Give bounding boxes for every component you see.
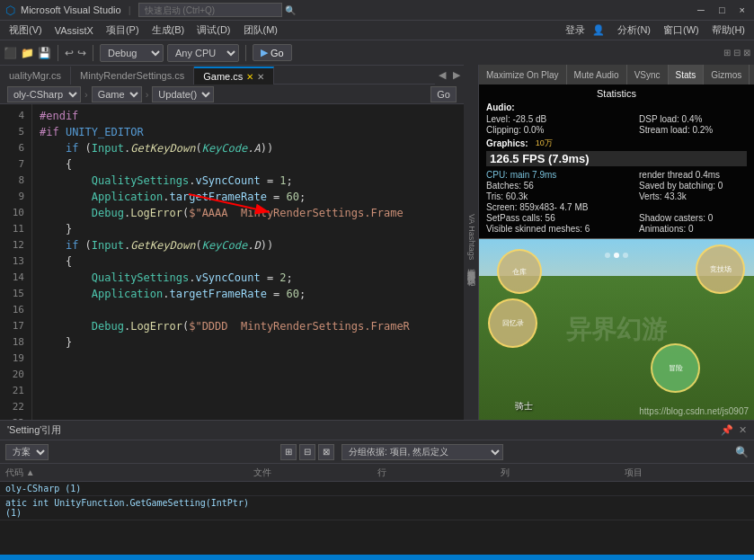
toolbar-icon-undo[interactable]: ↩	[65, 47, 74, 59]
menu-help[interactable]: 帮助(H)	[706, 22, 750, 39]
tris: Tris: 60.3k	[486, 191, 594, 201]
tab-close-game[interactable]: ✕	[257, 72, 264, 82]
ref-item-code-2: atic int UnityFunction.GetGameSetting(In…	[5, 498, 253, 518]
audio-level: Level: -28.5 dB	[486, 114, 594, 124]
unity-tab-gizmos[interactable]: Gizmos	[704, 65, 750, 84]
skinned-row: Visible skinned meshes: 6 Animations: 0	[486, 224, 747, 234]
stats-panel: Statistics Audio: Level: -28.5 dB DSP lo…	[479, 84, 754, 239]
close-button[interactable]: ×	[736, 4, 749, 15]
tab-qualitymgr[interactable]: ualityMgr.cs	[0, 67, 71, 84]
method-select[interactable]: Update()	[152, 86, 214, 102]
ref-btn-3[interactable]: ⊠	[318, 444, 334, 460]
game-viewport: 仓库 回忆录 竞技场 冒险 异界幻游 骑士 https://blog.csdn.…	[479, 239, 754, 420]
list-item[interactable]: atic int UnityFunction.GetGameSetting(In…	[0, 496, 754, 520]
menu-window[interactable]: 窗口(W)	[658, 22, 705, 39]
tab-mintyrender[interactable]: MintyRenderSettings.cs	[71, 67, 194, 84]
audio-row-2: Clipping: 0.0% Stream load: 0.2%	[486, 125, 747, 135]
menu-build[interactable]: 生成(B)	[146, 22, 191, 39]
col-code: 代码 ▲	[5, 467, 253, 479]
class-select[interactable]: Game	[92, 86, 142, 102]
list-item[interactable]: oly-CSharp (1)	[0, 482, 754, 496]
ref-search-icon[interactable]: 🔍	[735, 446, 749, 458]
menu-bar: 视图(V) VAssistX 项目(P) 生成(B) 调试(D) 团队(M) 登…	[0, 20, 754, 40]
maximize-button[interactable]: □	[715, 4, 729, 15]
toolbar-icon-1: ⬛	[4, 47, 17, 59]
audio-label: Audio:	[486, 102, 747, 112]
audio-stream: Stream load: 0.2%	[639, 125, 747, 135]
unity-tab-vsync[interactable]: VSync	[627, 65, 669, 84]
ref-title: 'Setting'引用	[7, 423, 61, 437]
audio-row-1: Level: -28.5 dB DSP load: 0.4%	[486, 114, 747, 124]
col-line: 行	[377, 467, 501, 479]
game-btn-arena[interactable]: 竞技场	[696, 244, 745, 294]
saved-batching: Saved by batching: 0	[639, 181, 747, 191]
watermark: https://blog.csdn.net/js0907	[639, 406, 749, 416]
tab-scroll-right[interactable]: ▶	[449, 69, 464, 81]
go-button[interactable]: Go	[430, 86, 457, 102]
breadcrumb-bar: oly-CSharp › Game › Update() Go	[0, 84, 464, 104]
fps-row: 126.5 FPS (7.9ms)	[486, 151, 747, 166]
toolbar-icons-right: ⊞ ⊟ ⊠	[723, 48, 750, 58]
app-title: Microsoft Visual Studio	[21, 4, 121, 15]
toolbar-sep-3	[245, 45, 246, 61]
game-btn-warehouse[interactable]: 仓库	[497, 249, 542, 294]
ref-scope-select[interactable]: 方案	[5, 444, 49, 460]
unity-tab-maximize[interactable]: Maximize On Play	[479, 65, 567, 84]
ref-controls: 方案 ⊞ ⊟ ⊠ 分组依据: 项目, 然后定义 🔍	[0, 440, 754, 464]
tab-bar: ualityMgr.cs MintyRenderSettings.cs Game…	[0, 65, 464, 84]
unity-tab-stats[interactable]: Stats	[669, 65, 705, 84]
ref-pin-icon[interactable]: 📌	[721, 424, 733, 436]
col-col: 列	[501, 467, 625, 479]
code-content[interactable]: #endif #if UNITY_EDITOR if (Input.GetKey…	[32, 104, 464, 420]
ten-wan-label: 10万	[536, 138, 553, 149]
menu-vassistx[interactable]: VAssistX	[49, 23, 99, 38]
ref-close-icon[interactable]: ✕	[739, 424, 747, 436]
va-hashtags-panel[interactable]: VA Hashtags 近期 找到结果 图标 颜色 标记	[464, 65, 478, 420]
progress-dots	[605, 253, 628, 258]
run-button[interactable]: ▶ Go	[253, 44, 292, 61]
game-btn-adventure[interactable]: 冒险	[651, 343, 700, 393]
unity-panel: Maximize On Play Mute Audio VSync Stats …	[478, 65, 754, 420]
menu-analyze[interactable]: 分析(N)	[612, 22, 656, 39]
scope-select[interactable]: oly-CSharp	[7, 86, 81, 102]
group-by-select[interactable]: 分组依据: 项目, 然后定义	[342, 444, 503, 460]
menu-view[interactable]: 视图(V)	[4, 22, 48, 39]
cpu-row: CPU: main 7.9ms render thread 0.4ms	[486, 170, 747, 180]
shadow-casters: Shadow casters: 0	[639, 213, 747, 223]
quick-launch-input[interactable]	[138, 3, 282, 17]
references-panel: 'Setting'引用 📌 ✕ 方案 ⊞ ⊟ ⊠ 分组依据: 项目, 然后定义 …	[0, 421, 754, 555]
menu-login[interactable]: 登录	[560, 22, 590, 39]
toolbar-icon-redo[interactable]: ↪	[77, 47, 86, 59]
modified-indicator: ✕	[246, 72, 253, 82]
platform-select[interactable]: Any CPU	[167, 44, 239, 62]
bottom-area: 'Setting'引用 📌 ✕ 方案 ⊞ ⊟ ⊠ 分组依据: 项目, 然后定义 …	[0, 420, 754, 555]
batches: Batches: 56	[486, 181, 594, 191]
status-bar	[0, 555, 754, 560]
setpass-row: SetPass calls: 56 Shadow casters: 0	[486, 213, 747, 223]
ref-titlebar: 'Setting'引用 📌 ✕	[0, 421, 754, 440]
game-btn-memory[interactable]: 回忆录	[488, 298, 537, 348]
menu-debug[interactable]: 调试(D)	[191, 22, 235, 39]
ref-btn-2[interactable]: ⊟	[299, 444, 315, 460]
game-knight-label: 骑士	[515, 400, 533, 413]
verts: Verts: 43.3k	[639, 191, 747, 201]
minimize-button[interactable]: ─	[694, 4, 708, 15]
tab-scroll-left[interactable]: ◀	[435, 69, 449, 81]
fps-value: 126.5 FPS (7.9ms)	[490, 152, 590, 165]
toolbar-sep-1	[58, 45, 58, 61]
code-editor[interactable]: 45678 910111213 1415161718 1920212223 24…	[0, 104, 464, 420]
animations: Animations: 0	[639, 224, 747, 234]
ref-btn-1[interactable]: ⊞	[280, 444, 297, 460]
col-file: 文件	[253, 467, 377, 479]
debug-mode-select[interactable]: Debug Release	[100, 44, 164, 62]
setpass: SetPass calls: 56	[486, 213, 594, 223]
toolbar-sep-2	[93, 45, 93, 61]
unity-tab-mute[interactable]: Mute Audio	[567, 65, 627, 84]
ref-toolbar-icons: ⊞ ⊟ ⊠	[280, 444, 334, 460]
menu-project[interactable]: 项目(P)	[101, 22, 145, 39]
tab-game[interactable]: Game.cs ✕ ✕	[194, 67, 274, 84]
graphics-label: Graphics:	[486, 138, 528, 148]
menu-team[interactable]: 团队(M)	[238, 22, 284, 39]
breadcrumb-sep-1: ›	[84, 89, 88, 100]
breadcrumb-sep-2: ›	[146, 89, 149, 100]
